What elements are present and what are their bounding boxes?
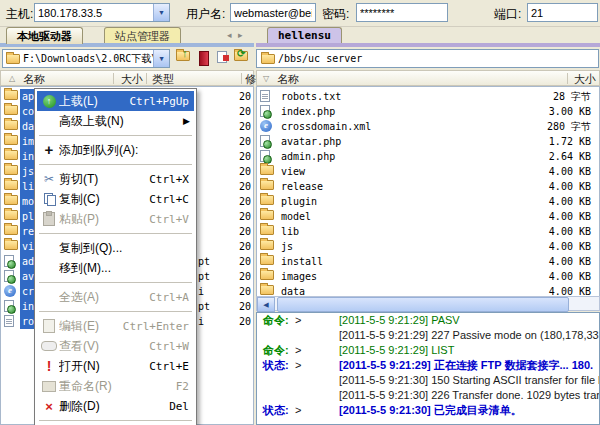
remote-path-field[interactable]: /bbs/uc_server (256, 49, 599, 68)
horizontal-scrollbar[interactable]: ◀ (256, 296, 600, 311)
folder-icon (260, 240, 274, 250)
sort-desc-icon[interactable]: ▽ (263, 72, 269, 86)
scrollbar-thumb[interactable] (277, 297, 569, 312)
rename-icon (42, 381, 56, 392)
folder-icon (4, 120, 18, 130)
table-row[interactable]: images4.00 KB (257, 269, 599, 284)
connection-bar: 主机: 180.178.33.5 ▼ 用户名: 密码: 端口: (0, 0, 600, 27)
table-row[interactable]: crossdomain.xml280 字节 (257, 119, 599, 134)
folder-up-icon[interactable]: ↑ (176, 51, 192, 66)
tab-scroll-left-icon[interactable]: ◂ (227, 30, 232, 40)
table-row[interactable]: avatar.php1.72 KB (257, 134, 599, 149)
log-line: [2011-5-5 9:21:30] 226 Transfer done. 10… (257, 388, 599, 403)
edit-icon (43, 319, 55, 333)
php-file-icon (260, 135, 270, 147)
host-label: 主机: (6, 6, 33, 23)
copy-icon (44, 193, 55, 205)
folder-icon (4, 225, 18, 235)
scroll-left-icon[interactable]: ◀ (257, 297, 275, 312)
menu-separator (39, 135, 192, 136)
remote-col-size[interactable]: 大小 (574, 72, 596, 86)
transfer-page-icon[interactable] (217, 51, 233, 66)
local-col-size[interactable]: 大小 (121, 72, 143, 86)
favorites-book-icon[interactable] (199, 51, 215, 66)
folder-icon (260, 210, 274, 220)
menu-item-cut[interactable]: 剪切(T) Ctrl+X (37, 169, 194, 189)
folder-icon (6, 54, 20, 64)
menu-item-copy-to[interactable]: 复制到(Q)... (37, 238, 194, 258)
menu-item-advanced-upload[interactable]: 高级上载(N) ▶ (37, 111, 194, 131)
table-row[interactable]: release4.00 KB (257, 179, 599, 194)
table-row[interactable]: index.php3.00 KB (257, 104, 599, 119)
open-icon (47, 358, 52, 374)
port-field[interactable] (527, 3, 598, 22)
table-row[interactable]: admin.php2.64 KB (257, 149, 599, 164)
menu-item-delete[interactable]: 删除(D) Del (37, 396, 194, 416)
folder-icon (4, 105, 18, 115)
folder-icon (260, 255, 274, 265)
context-menu: 上载(L) Ctrl+PgUp 高级上载(N) ▶ 添加到队列(A): 剪切(T… (34, 88, 197, 425)
folder-icon (4, 195, 18, 205)
menu-item-open[interactable]: 打开(N) Ctrl+E (37, 356, 194, 376)
remote-col-name[interactable]: 名称 (277, 72, 299, 86)
add-queue-icon (45, 143, 54, 157)
local-column-header: △ 名称 大小 类型 修 (0, 70, 254, 86)
cut-icon (44, 172, 54, 186)
host-combo[interactable]: 180.178.33.5 ▼ (34, 3, 170, 22)
php-file-icon (4, 270, 14, 282)
tab-local-drives[interactable]: 本地驱动器 (6, 27, 83, 44)
menu-item-move-to[interactable]: 移到(M)... (37, 258, 194, 278)
menu-item-upload[interactable]: 上载(L) Ctrl+PgUp (37, 91, 194, 111)
php-file-icon (4, 300, 14, 312)
table-row[interactable]: install4.00 KB (257, 254, 599, 269)
log-line: 命令:>[2011-5-5 9:21:29] LIST (257, 343, 599, 358)
local-path-combo[interactable]: F:\Downloads\2.0RC下载\U ▼ (2, 49, 170, 68)
folder-icon (261, 54, 275, 64)
table-row[interactable]: view4.00 KB (257, 164, 599, 179)
username-label: 用户名: (186, 6, 225, 23)
tab-site-manager[interactable]: 站点管理器 (104, 27, 181, 44)
table-row[interactable]: lib4.00 KB (257, 224, 599, 239)
menu-item-add-to-queue[interactable]: 添加到队列(A): (37, 140, 194, 160)
table-row[interactable]: model4.00 KB (257, 209, 599, 224)
menu-item-select-all: 全选(A) Ctrl+A (37, 287, 194, 307)
folder-icon (4, 150, 18, 160)
sort-asc-icon[interactable]: △ (9, 72, 15, 86)
tab-remote-session[interactable]: hellensu (267, 27, 342, 44)
folder-icon (4, 135, 18, 145)
menu-separator (39, 311, 192, 312)
password-label: 密码: (322, 6, 349, 23)
php-file-icon (4, 255, 14, 267)
paste-icon (43, 212, 55, 226)
table-row[interactable]: js4.00 KB (257, 239, 599, 254)
menu-item-copy[interactable]: 复制(C) Ctrl+C (37, 189, 194, 209)
menu-separator (39, 164, 192, 165)
folder-icon (4, 165, 18, 175)
menu-separator (39, 233, 192, 234)
refresh-folder-icon[interactable]: ⟳ (234, 51, 250, 66)
password-field[interactable] (356, 3, 448, 22)
username-field[interactable] (230, 3, 316, 22)
folder-icon (260, 225, 274, 235)
xml-file-icon (4, 285, 16, 297)
menu-item-paste: 粘贴(P) Ctrl+V (37, 209, 194, 229)
tab-scroll-right-icon[interactable]: ▸ (238, 30, 243, 40)
ftp-client-window: { "connection_bar": { "host_label": "主机:… (0, 0, 600, 425)
chevron-down-icon[interactable]: ▼ (153, 50, 169, 67)
folder-icon (260, 195, 274, 205)
menu-item-view: 查看(V) Ctrl+W (37, 336, 194, 356)
local-col-type[interactable]: 类型 (152, 72, 174, 86)
host-value: 180.178.33.5 (35, 7, 153, 19)
table-row[interactable]: robots.txt28 字节 (257, 89, 599, 104)
local-col-name[interactable]: 名称 (23, 72, 45, 86)
table-row[interactable]: plugin4.00 KB (257, 194, 599, 209)
view-icon (41, 341, 57, 351)
folder-icon (260, 270, 274, 280)
menu-separator (39, 420, 192, 421)
folder-icon (4, 210, 18, 220)
local-col-modified[interactable]: 修 (245, 72, 256, 86)
submenu-arrow-icon: ▶ (183, 116, 192, 126)
chevron-down-icon[interactable]: ▼ (153, 4, 169, 21)
folder-icon (260, 180, 274, 190)
port-label: 端口: (494, 6, 521, 23)
